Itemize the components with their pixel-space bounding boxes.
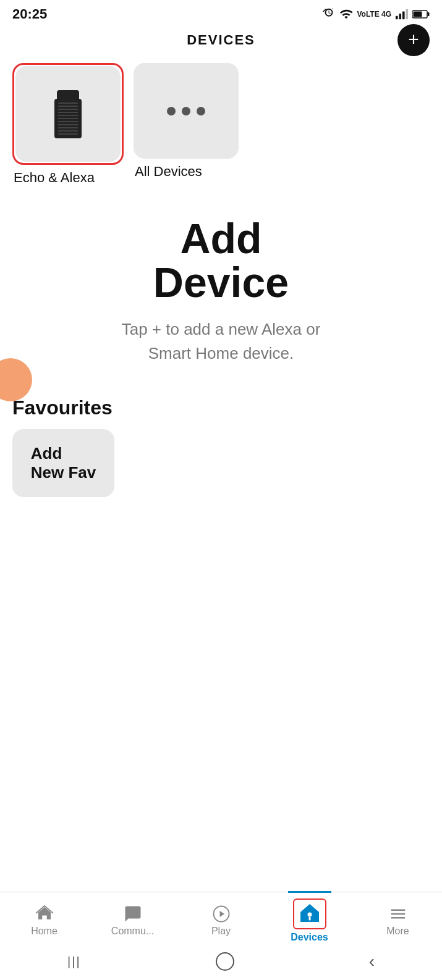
all-devices-tile[interactable]: All Devices xyxy=(134,63,239,186)
svg-rect-0 xyxy=(396,16,398,20)
all-devices-label: All Devices xyxy=(134,164,202,180)
svg-rect-3 xyxy=(406,9,408,20)
status-time: 20:25 xyxy=(12,6,47,22)
more-nav-label: More xyxy=(386,926,409,937)
signal-text: VoLTE 4G xyxy=(357,10,391,19)
devices-selected-indicator xyxy=(293,898,326,929)
menu-icon xyxy=(389,905,407,923)
alarm-icon xyxy=(322,7,336,21)
bottom-nav: Home Commu... Play xyxy=(0,892,442,980)
nav-item-home[interactable]: Home xyxy=(14,905,75,937)
svg-rect-6 xyxy=(428,12,430,16)
back-button-icon[interactable]: ‹ xyxy=(369,952,375,971)
page-header: DEVICES + xyxy=(0,26,442,57)
signal-bars-icon xyxy=(395,9,409,20)
svg-point-9 xyxy=(307,913,312,917)
add-device-title: AddDevice xyxy=(153,217,289,305)
bottom-nav-items: Home Commu... Play xyxy=(0,892,442,947)
add-device-subtitle: Tap + to add a new Alexa or Smart Home d… xyxy=(110,317,333,366)
svg-rect-5 xyxy=(414,12,422,17)
page-title: DEVICES xyxy=(187,32,255,48)
svg-rect-1 xyxy=(399,14,401,19)
echo-alexa-tile[interactable]: Echo & Alexa xyxy=(12,63,124,186)
chat-icon xyxy=(124,905,142,923)
nav-item-play[interactable]: Play xyxy=(190,905,252,937)
category-row: Echo & Alexa All Devices xyxy=(0,57,442,192)
home-button-icon[interactable] xyxy=(216,952,234,971)
nav-item-communicate[interactable]: Commu... xyxy=(102,905,164,937)
devices-icon xyxy=(299,902,320,923)
plus-icon: + xyxy=(408,30,419,49)
svg-rect-10 xyxy=(308,917,310,921)
status-bar: 20:25 VoLTE 4G xyxy=(0,0,442,26)
echo-device-icon xyxy=(54,90,82,138)
play-nav-label: Play xyxy=(211,926,231,937)
play-icon xyxy=(212,905,231,923)
status-icons: VoLTE 4G xyxy=(322,7,430,21)
add-new-fav-label: AddNew Fav xyxy=(31,444,96,482)
wifi-icon xyxy=(339,7,353,21)
recent-apps-icon[interactable]: ||| xyxy=(67,955,81,969)
echo-alexa-tile-box xyxy=(15,66,121,162)
svg-rect-2 xyxy=(402,11,405,19)
communicate-nav-label: Commu... xyxy=(111,926,154,937)
three-dots-icon xyxy=(167,107,205,115)
add-device-button[interactable]: + xyxy=(397,24,430,56)
echo-alexa-label: Echo & Alexa xyxy=(12,170,95,186)
home-nav-label: Home xyxy=(31,926,57,937)
favourites-title: Favourites xyxy=(12,396,430,419)
favourites-section: Favourites AddNew Fav xyxy=(0,378,442,503)
nav-item-more[interactable]: More xyxy=(367,905,429,937)
nav-item-devices[interactable]: Devices xyxy=(279,898,341,943)
all-devices-tile-box xyxy=(134,63,239,159)
home-icon xyxy=(35,905,54,923)
devices-nav-label: Devices xyxy=(291,932,328,943)
add-new-fav-tile[interactable]: AddNew Fav xyxy=(12,429,114,497)
add-device-section: AddDevice Tap + to add a new Alexa or Sm… xyxy=(0,192,442,378)
system-nav: ||| ‹ xyxy=(0,947,442,980)
battery-icon xyxy=(412,9,430,19)
